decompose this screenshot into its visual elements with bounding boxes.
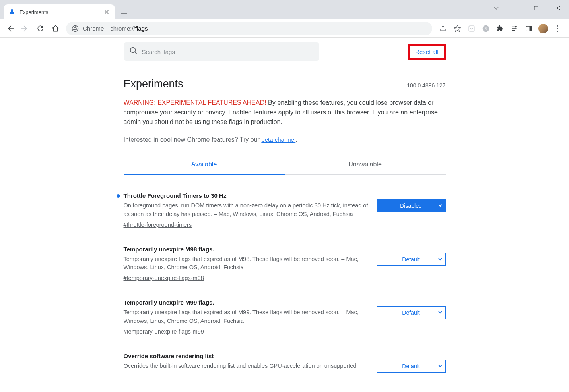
side-panel-icon[interactable] <box>522 22 536 35</box>
reset-all-button[interactable]: Reset all <box>408 44 445 60</box>
tab-available[interactable]: Available <box>124 155 285 175</box>
flag-description: Temporarily unexpire flags that expired … <box>124 255 369 272</box>
menu-button[interactable] <box>551 22 564 35</box>
reload-button[interactable] <box>33 22 47 35</box>
minimize-button[interactable] <box>503 0 525 16</box>
forward-button[interactable] <box>18 22 32 35</box>
home-button[interactable] <box>49 22 62 35</box>
flag-title: Temporarily unexpire M99 flags. <box>124 299 369 306</box>
profile-avatar[interactable] <box>538 24 548 33</box>
browser-tab[interactable]: Experiments <box>4 4 115 19</box>
star-icon[interactable] <box>451 22 464 35</box>
flag-title: Temporarily unexpire M98 flags. <box>124 246 369 253</box>
tab-unavailable[interactable]: Unavailable <box>285 155 446 175</box>
flag-anchor-link[interactable]: #throttle-foreground-timers <box>124 222 192 228</box>
reading-list-icon[interactable] <box>508 22 521 35</box>
flag-description: Temporarily unexpire flags that expired … <box>124 308 369 326</box>
address-bar[interactable]: Chrome | chrome://flags <box>66 22 432 35</box>
tabs: Available Unavailable <box>124 155 446 175</box>
toolbar-actions: K <box>436 22 566 35</box>
svg-rect-3 <box>469 26 474 31</box>
flag-title: Throttle Foreground Timers to 30 Hz <box>124 192 369 199</box>
tab-strip: Experiments <box>0 0 569 19</box>
maximize-button[interactable] <box>525 0 547 16</box>
pocket-icon[interactable] <box>465 22 478 35</box>
flask-icon <box>8 8 16 15</box>
svg-point-9 <box>557 28 558 29</box>
flag-title: Override software rendering list <box>124 353 369 359</box>
modified-indicator <box>117 194 120 198</box>
new-tab-button[interactable] <box>118 8 130 19</box>
flag-select[interactable]: DefaultEnabledDisabled <box>377 306 446 319</box>
chrome-icon <box>72 25 79 32</box>
close-window-button[interactable] <box>547 0 569 16</box>
flag-anchor-link[interactable]: #temporary-unexpire-flags-m98 <box>124 275 204 281</box>
search-icon <box>129 46 138 57</box>
divider <box>0 66 569 66</box>
beta-channel-text: Interested in cool new Chrome features? … <box>124 136 446 143</box>
warning-text: WARNING: EXPERIMENTAL FEATURES AHEAD! By… <box>124 98 446 127</box>
search-row: Reset all <box>124 38 446 66</box>
window-controls <box>503 0 569 16</box>
chevron-down-icon[interactable] <box>493 5 499 13</box>
close-icon[interactable] <box>103 8 110 15</box>
svg-point-2 <box>74 27 76 30</box>
search-input[interactable] <box>142 48 314 55</box>
flag-item: Throttle Foreground Timers to 30 HzOn fo… <box>124 192 446 228</box>
toolbar: Chrome | chrome://flags K <box>0 19 569 37</box>
svg-point-11 <box>130 48 135 53</box>
flag-item: Override software rendering listOverride… <box>124 353 446 373</box>
flag-select[interactable]: DefaultEnabledDisabled <box>377 360 446 373</box>
content-area: Reset all Experiments 100.0.4896.127 WAR… <box>0 37 569 392</box>
version-label: 100.0.4896.127 <box>407 82 445 89</box>
svg-rect-0 <box>534 6 538 10</box>
flag-description: On foreground pages, run DOM timers with… <box>124 201 369 219</box>
flag-description: Overrides the built-in software renderin… <box>124 362 369 371</box>
share-icon[interactable] <box>436 22 450 35</box>
flag-anchor-link[interactable]: #temporary-unexpire-flags-m99 <box>124 328 204 335</box>
svg-text:K: K <box>484 26 487 31</box>
flag-select[interactable]: DefaultEnabledDisabled <box>377 253 446 266</box>
svg-point-8 <box>557 25 558 27</box>
flag-item: Temporarily unexpire M99 flags.Temporari… <box>124 299 446 335</box>
extensions-icon[interactable] <box>493 22 507 35</box>
heading-row: Experiments 100.0.4896.127 <box>124 78 446 90</box>
svg-rect-7 <box>530 26 532 31</box>
back-button[interactable] <box>3 22 17 35</box>
url-text: Chrome | chrome://flags <box>83 25 148 32</box>
flag-item: Temporarily unexpire M98 flags.Temporari… <box>124 246 446 282</box>
search-box[interactable] <box>124 42 319 61</box>
extension-k-icon[interactable]: K <box>479 22 493 35</box>
page-title: Experiments <box>124 78 183 90</box>
beta-channel-link[interactable]: beta channel <box>261 136 295 143</box>
flag-select[interactable]: DefaultEnabledDisabled <box>377 199 446 212</box>
tab-title: Experiments <box>19 9 103 15</box>
svg-point-10 <box>557 31 558 32</box>
